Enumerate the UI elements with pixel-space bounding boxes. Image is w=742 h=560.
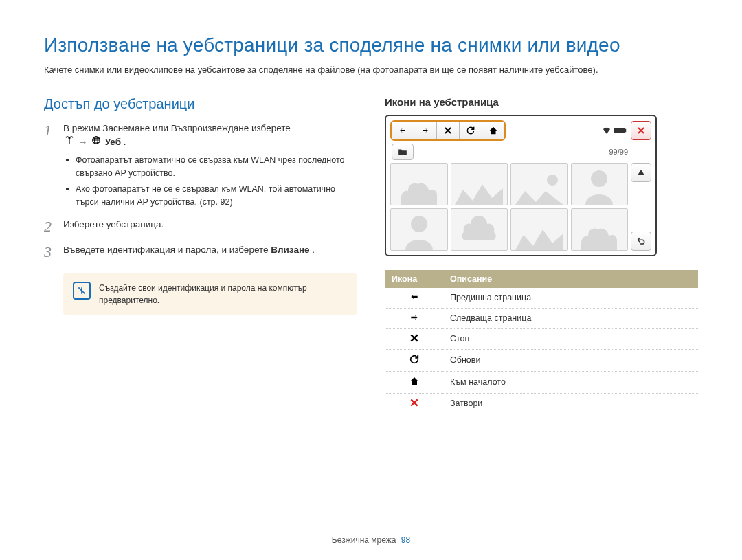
arrow-left-icon (385, 288, 443, 309)
desc: Следваща страница (443, 308, 698, 328)
desc: Предишна страница (443, 288, 698, 309)
dot: . (312, 245, 315, 255)
step-1-bullets: Фотоапаратът автоматично се свързва към … (63, 154, 357, 208)
table-row: Следваща страница (385, 308, 698, 328)
thumbnail[interactable] (571, 208, 629, 251)
svg-rect-4 (625, 128, 626, 132)
thumbnail[interactable] (451, 208, 508, 251)
table-row: Обнови (385, 349, 698, 371)
two-columns: Достъп до уебстраници 1 В режим Заснеман… (44, 96, 698, 414)
sub-title: Икони на уебстраница (385, 96, 698, 108)
note-icon (73, 282, 91, 300)
page-number: 98 (401, 535, 410, 545)
desc: Обнови (443, 349, 698, 371)
table-row: Предишна страница (385, 288, 698, 309)
step-number: 2 (44, 218, 63, 236)
table-row: Стоп (385, 328, 698, 349)
folder-tab[interactable] (392, 144, 414, 160)
page-title: Използване на уебстраници за споделяне н… (44, 34, 698, 56)
desc: Стоп (443, 328, 698, 349)
step-2: 2 Изберете уебстраница. (44, 218, 357, 236)
footer: Безжична мрежа 98 (0, 535, 742, 545)
table-row: Затвори (385, 393, 698, 414)
stop-button[interactable] (437, 122, 460, 139)
side-buttons (631, 163, 651, 251)
icon-description-table: Икона Описание Предишна страница (385, 270, 698, 414)
refresh-button[interactable] (460, 122, 482, 139)
bullet: Ако фотоапаратът не се е свързвал към WL… (66, 183, 357, 209)
forward-button[interactable] (414, 122, 437, 139)
thumbnail-grid (390, 163, 628, 251)
svg-point-0 (69, 138, 70, 139)
page-counter: 99/99 (609, 148, 628, 156)
x-icon (385, 328, 443, 349)
undo-button[interactable] (631, 232, 651, 251)
step-text: В режим Заснемане или Възпроизвеждане из… (63, 123, 291, 133)
svg-point-5 (547, 175, 558, 186)
status-icons (602, 126, 627, 135)
home-button[interactable] (482, 122, 504, 139)
desc: Затвори (443, 393, 698, 414)
bullet: Фотоапаратът автоматично се свързва към … (66, 154, 357, 180)
login-label: Влизане (271, 245, 309, 255)
dot: . (124, 137, 126, 147)
svg-rect-3 (614, 128, 625, 133)
desc: Към началото (443, 371, 698, 393)
thumbnail[interactable] (510, 163, 568, 205)
close-button[interactable] (631, 121, 651, 140)
th-desc: Описание (443, 270, 698, 288)
step-1: 1 В режим Заснемане или Възпроизвеждане … (44, 122, 357, 212)
step-list: 1 В режим Заснемане или Възпроизвеждане … (44, 122, 357, 262)
manual-page: Използване на уебстраници за споделяне н… (0, 0, 742, 560)
antenna-icon (65, 135, 74, 150)
section-title: Достъп до уебстраници (44, 96, 357, 112)
thumbnail[interactable] (451, 163, 508, 205)
intro-text: Качете снимки или видеоклипове на уебсай… (44, 63, 698, 77)
right-column: Икони на уебстраница (385, 96, 698, 414)
left-column: Достъп до уебстраници 1 В режим Заснеман… (44, 96, 357, 414)
step-body: Изберете уебстраница. (63, 218, 164, 236)
refresh-icon (385, 349, 443, 371)
thumbnail-area (390, 163, 651, 251)
step-number: 3 (44, 243, 63, 261)
step-3: 3 Въведете идентификация и парола, и изб… (44, 243, 357, 261)
note-text: Създайте свои идентификация и парола на … (99, 282, 348, 306)
svg-point-7 (411, 216, 427, 232)
wifi-icon (602, 126, 611, 135)
scroll-up-button[interactable] (631, 163, 651, 182)
x-red-icon (385, 393, 443, 414)
footer-label: Безжична мрежа (332, 535, 396, 545)
battery-icon (614, 127, 627, 134)
svg-point-6 (591, 170, 607, 187)
step-number: 1 (44, 122, 63, 212)
toolbar-buttons (390, 120, 506, 141)
step-text: Въведете идентификация и парола, и избер… (63, 245, 268, 255)
toolbar-row-2: 99/99 (390, 144, 651, 160)
toolbar (390, 120, 651, 141)
back-button[interactable] (392, 122, 414, 139)
web-label: Уеб (105, 137, 121, 147)
th-icon: Икона (385, 270, 443, 288)
table-row: Към началото (385, 371, 698, 393)
step-body: В режим Заснемане или Възпроизвеждане из… (63, 122, 357, 212)
thumbnail[interactable] (390, 208, 448, 251)
note-box: Създайте свои идентификация и парола на … (63, 273, 357, 315)
globe-icon (91, 135, 101, 150)
browser-screenshot: 99/99 (385, 115, 657, 256)
thumbnail[interactable] (571, 163, 629, 205)
arrow-right-icon (385, 308, 443, 328)
home-icon (385, 371, 443, 393)
step-body: Въведете идентификация и парола, и избер… (63, 243, 315, 261)
thumbnail[interactable] (390, 163, 448, 205)
thumbnail[interactable] (510, 208, 568, 251)
